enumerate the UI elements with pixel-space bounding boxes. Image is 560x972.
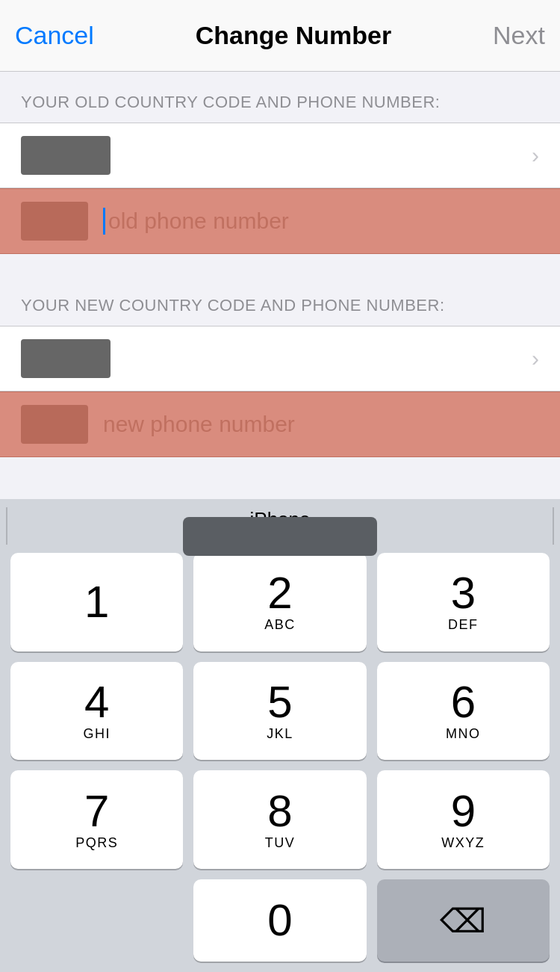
keyboard-spacer bbox=[0, 457, 560, 499]
key-3-number: 3 bbox=[451, 571, 476, 616]
new-number-section: YOUR NEW COUNTRY CODE AND PHONE NUMBER: … bbox=[0, 275, 560, 457]
key-2-letters: ABC bbox=[264, 617, 296, 633]
new-country-flag bbox=[21, 339, 111, 378]
new-country-code-box bbox=[21, 405, 88, 444]
key-8[interactable]: 8TUV bbox=[193, 770, 366, 869]
keyboard-header: iPhone bbox=[0, 499, 560, 553]
old-country-chevron-icon: › bbox=[532, 143, 539, 168]
key-7-letters: PQRS bbox=[75, 835, 118, 851]
key-4-letters: GHI bbox=[83, 726, 111, 742]
new-phone-row[interactable]: new phone number bbox=[0, 391, 560, 457]
key-9[interactable]: 9WXYZ bbox=[377, 770, 550, 869]
key-6-number: 6 bbox=[451, 680, 476, 725]
key-5-number: 5 bbox=[267, 680, 292, 725]
keyboard-header-bar bbox=[183, 517, 377, 556]
section-spacer bbox=[0, 254, 560, 275]
key-0[interactable]: 0 bbox=[193, 879, 366, 962]
old-number-section: YOUR OLD COUNTRY CODE AND PHONE NUMBER: … bbox=[0, 72, 560, 254]
keyboard-section: iPhone 12ABC3DEF4GHI5JKL6MNO7PQRS8TUV9WX… bbox=[0, 499, 560, 972]
key-4[interactable]: 4GHI bbox=[10, 662, 183, 761]
keyboard-bottom-row: 0 ⌫ bbox=[0, 879, 560, 972]
key-4-number: 4 bbox=[84, 680, 109, 725]
key-2-number: 2 bbox=[267, 571, 292, 616]
cursor-blink bbox=[103, 208, 105, 235]
cancel-button[interactable]: Cancel bbox=[15, 21, 94, 50]
new-country-picker[interactable]: › bbox=[0, 326, 560, 391]
old-phone-input[interactable]: old phone number bbox=[103, 208, 539, 235]
keyboard-left-handle bbox=[6, 507, 7, 545]
page-title: Change Number bbox=[196, 21, 392, 50]
key-empty bbox=[10, 879, 183, 962]
key-0-number: 0 bbox=[267, 898, 292, 943]
key-2[interactable]: 2ABC bbox=[193, 553, 366, 651]
key-1[interactable]: 1 bbox=[10, 553, 183, 651]
backspace-button[interactable]: ⌫ bbox=[377, 879, 550, 962]
navigation-bar: Cancel Change Number Next bbox=[0, 0, 560, 72]
keyboard-grid: 12ABC3DEF4GHI5JKL6MNO7PQRS8TUV9WXYZ bbox=[0, 553, 560, 879]
key-8-number: 8 bbox=[267, 789, 292, 834]
next-button[interactable]: Next bbox=[493, 21, 545, 50]
old-country-picker[interactable]: › bbox=[0, 123, 560, 188]
key-1-number: 1 bbox=[84, 580, 109, 625]
key-3-letters: DEF bbox=[448, 617, 479, 633]
old-phone-placeholder: old phone number bbox=[108, 208, 289, 234]
new-section-label: YOUR NEW COUNTRY CODE AND PHONE NUMBER: bbox=[0, 296, 560, 326]
keyboard-right-handle bbox=[553, 507, 554, 545]
key-3[interactable]: 3DEF bbox=[377, 553, 550, 651]
key-5-letters: JKL bbox=[267, 726, 293, 742]
key-7-number: 7 bbox=[84, 789, 109, 834]
backspace-icon: ⌫ bbox=[440, 902, 486, 940]
key-7[interactable]: 7PQRS bbox=[10, 770, 183, 869]
new-country-chevron-icon: › bbox=[532, 346, 539, 371]
new-phone-input[interactable]: new phone number bbox=[103, 412, 539, 437]
old-section-label: YOUR OLD COUNTRY CODE AND PHONE NUMBER: bbox=[0, 93, 560, 123]
key-5[interactable]: 5JKL bbox=[193, 662, 366, 761]
old-phone-row[interactable]: old phone number bbox=[0, 188, 560, 254]
old-country-flag bbox=[21, 136, 111, 175]
key-8-letters: TUV bbox=[265, 835, 296, 851]
key-6[interactable]: 6MNO bbox=[377, 662, 550, 761]
key-6-letters: MNO bbox=[446, 726, 481, 742]
key-9-number: 9 bbox=[451, 789, 476, 834]
old-country-code-box bbox=[21, 202, 88, 241]
key-9-letters: WXYZ bbox=[441, 835, 485, 851]
new-phone-placeholder: new phone number bbox=[103, 412, 295, 437]
